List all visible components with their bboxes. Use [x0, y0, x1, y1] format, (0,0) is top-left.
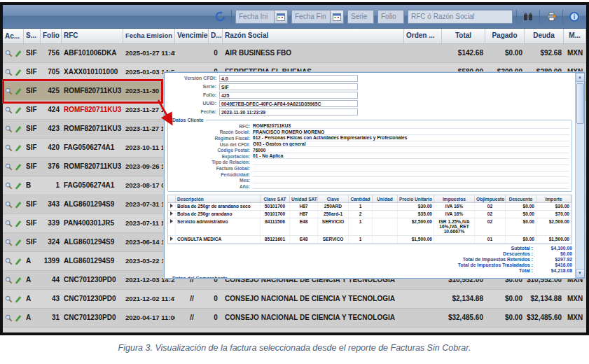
- serie-input[interactable]: [347, 10, 374, 24]
- info-button[interactable]: i: [567, 9, 582, 24]
- popup-scrollbar[interactable]: ▲ ▼: [575, 73, 584, 278]
- column-header-vencimiento[interactable]: Vencimiento: [175, 29, 209, 43]
- expand-row-icon[interactable]: [170, 237, 173, 241]
- datos-comprobante-legend: Datos del Comprobante: [170, 276, 230, 278]
- scroll-down-icon[interactable]: ▼: [576, 269, 585, 278]
- cfdi-field: Fecha: 2023-11-30 11:23:39: [167, 108, 572, 115]
- scroll-up-icon[interactable]: ▲: [576, 73, 585, 82]
- refresh-button[interactable]: [212, 9, 228, 24]
- view-invoice-icon[interactable]: [5, 258, 13, 265]
- fecha-fin-calendar-button[interactable]: [331, 10, 344, 24]
- view-invoice-icon[interactable]: [5, 125, 13, 133]
- column-header-pagado[interactable]: Pagado: [485, 29, 525, 43]
- column-header-fecha-emision[interactable]: Fecha Emision: [123, 29, 175, 43]
- column-header-orden[interactable]: Orden ...: [404, 29, 442, 43]
- cell-dias: 0: [209, 309, 223, 327]
- fecha-fin-input[interactable]: [291, 10, 331, 24]
- view-invoice-icon[interactable]: [5, 69, 13, 76]
- folio-input[interactable]: [377, 10, 404, 24]
- items-col-unidad[interactable]: Unidad: [373, 195, 398, 202]
- print-button[interactable]: [543, 9, 559, 24]
- view-invoice-icon[interactable]: [5, 88, 13, 95]
- fecha-ini-calendar-button[interactable]: [275, 10, 288, 24]
- edit-invoice-icon[interactable]: [14, 163, 22, 171]
- edit-invoice-icon[interactable]: [14, 201, 22, 209]
- item-row[interactable]: Bolsa de 250gr arandano 50101700 H87 250…: [168, 211, 571, 218]
- item-row[interactable]: Servicio administrativo 84111506 E48 SER…: [168, 218, 571, 236]
- column-header-serie[interactable]: S...: [24, 29, 41, 43]
- expand-row-icon[interactable]: [170, 219, 173, 223]
- view-invoice-icon[interactable]: [5, 106, 13, 114]
- cell-folio: 420: [41, 139, 62, 157]
- cliente-field: Razón Social: FRANCISCO ROMERO MORENO: [170, 130, 569, 136]
- edit-invoice-icon[interactable]: [14, 106, 22, 114]
- items-col-impuestos[interactable]: Impuestos: [434, 195, 475, 202]
- column-header-dias[interactable]: D...: [209, 29, 223, 43]
- view-invoice-icon[interactable]: [5, 276, 13, 284]
- column-header-moneda[interactable]: M...: [564, 29, 586, 43]
- item-row[interactable]: CONSULTA MEDICA 85121601 E48 SERVICO 1 $…: [168, 236, 571, 244]
- edit-invoice-icon[interactable]: [14, 144, 22, 152]
- edit-invoice-icon[interactable]: [14, 220, 22, 227]
- view-invoice-icon[interactable]: [5, 163, 13, 171]
- items-grid: Descripción Clave SAT Unidad SAT Clave C…: [167, 195, 572, 244]
- rfc-search-input[interactable]: [408, 10, 513, 24]
- scrollbar-thumb[interactable]: [576, 83, 584, 124]
- cliente-field-value: [253, 178, 569, 183]
- items-col-unidad-sat[interactable]: Unidad SAT: [290, 195, 318, 202]
- edit-invoice-icon[interactable]: [14, 182, 22, 190]
- items-col-descripcion[interactable]: Descripción: [176, 195, 261, 202]
- search-button[interactable]: [520, 9, 536, 24]
- table-row[interactable]: A 31 CNC701230PD0 2020-04-17 11:06:28 //…: [3, 309, 586, 328]
- item-impuestos: ISR 1.25%,IVA 16%,IVA_RET 10.6667%: [434, 218, 475, 235]
- column-header-total[interactable]: Total: [442, 29, 485, 43]
- view-invoice-icon[interactable]: [5, 144, 13, 152]
- edit-invoice-icon[interactable]: [14, 276, 22, 284]
- edit-invoice-icon[interactable]: [14, 69, 22, 76]
- items-col-clave[interactable]: Clave: [318, 195, 349, 202]
- datos-comprobante-fieldset: Datos del Comprobante Comprobante Moneda…: [167, 276, 572, 278]
- items-col-precio-unitario[interactable]: Precio Unitario: [398, 195, 434, 202]
- cliente-field: Factura Global:: [170, 165, 569, 172]
- view-invoice-icon[interactable]: [5, 201, 13, 209]
- edit-invoice-icon[interactable]: [14, 258, 22, 265]
- table-row[interactable]: SIF 756 ABF101006DKA 2025-01-27 11:45:10…: [3, 44, 586, 63]
- view-invoice-icon[interactable]: [5, 50, 13, 57]
- items-col-descuento[interactable]: Descuento: [506, 195, 536, 202]
- view-invoice-icon[interactable]: [5, 314, 13, 322]
- edit-invoice-icon[interactable]: [14, 314, 22, 322]
- row-actions: [3, 44, 24, 62]
- items-col-clave-sat[interactable]: Clave SAT: [261, 195, 290, 202]
- edit-invoice-icon[interactable]: [14, 295, 22, 303]
- edit-invoice-icon[interactable]: [14, 239, 22, 246]
- cell-folio: 425: [41, 82, 62, 100]
- column-header-deuda[interactable]: Deuda: [525, 29, 564, 43]
- items-col-importe[interactable]: Importe: [536, 195, 571, 202]
- view-invoice-icon[interactable]: [5, 295, 13, 303]
- cliente-field-label: Año:: [170, 184, 253, 189]
- edit-invoice-icon[interactable]: [14, 88, 22, 95]
- column-header-acciones[interactable]: Ac...: [3, 29, 24, 43]
- cell-deuda: $32,485.60: [525, 309, 564, 327]
- fecha-ini-input[interactable]: [235, 10, 275, 24]
- item-precio: $30.00: [398, 203, 434, 210]
- item-descripcion: CONSULTA MEDICA: [176, 236, 261, 243]
- view-invoice-icon[interactable]: [5, 182, 13, 190]
- item-row[interactable]: Bolsa de 250gr de arandano seco 50101700…: [168, 203, 571, 211]
- cell-orden: [404, 290, 442, 308]
- datos-cliente-legend: Datos Cliente: [170, 118, 206, 122]
- expand-row-icon[interactable]: [170, 204, 173, 208]
- edit-invoice-icon[interactable]: [14, 50, 22, 57]
- expand-row-icon[interactable]: [170, 211, 173, 216]
- calendar-icon: [333, 13, 341, 21]
- cliente-field-value: [253, 183, 569, 189]
- edit-invoice-icon[interactable]: [14, 125, 22, 133]
- column-header-folio[interactable]: Folio: [41, 29, 62, 43]
- view-invoice-icon[interactable]: [5, 220, 13, 227]
- table-row[interactable]: A 43 CNC701230PD0 2021-12-02 11:47:37 //…: [3, 290, 586, 309]
- column-header-rfc[interactable]: RFC: [62, 29, 123, 43]
- items-col-objimpuesto[interactable]: ObjImpuesto: [475, 195, 506, 202]
- view-invoice-icon[interactable]: [5, 239, 13, 246]
- items-col-cantidad[interactable]: Cantidad: [349, 195, 373, 202]
- column-header-razon-social[interactable]: Razón Social: [223, 29, 404, 43]
